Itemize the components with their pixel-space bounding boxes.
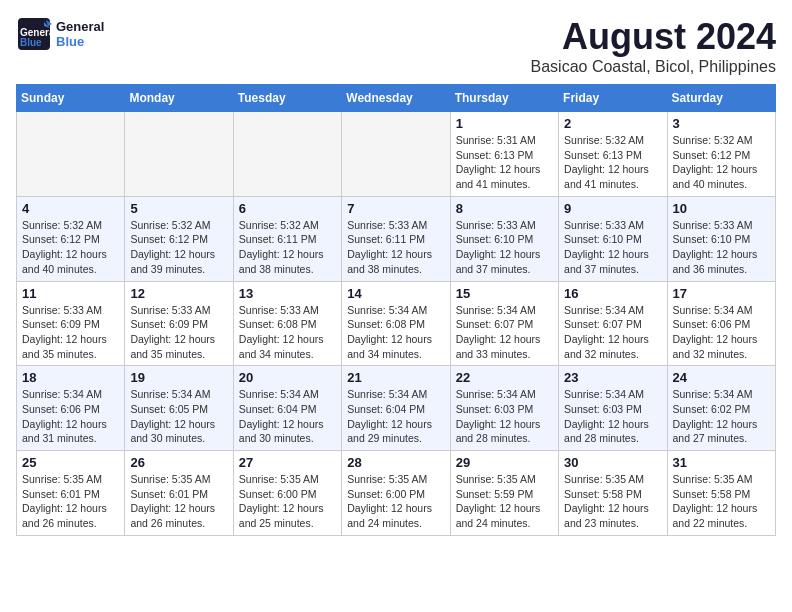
header-thursday: Thursday [450,85,558,112]
day-info: Sunrise: 5:33 AMSunset: 6:10 PMDaylight:… [673,218,770,277]
daylight: Daylight: 12 hours and 30 minutes. [130,418,215,445]
day-info: Sunrise: 5:34 AMSunset: 6:03 PMDaylight:… [564,387,661,446]
day-number: 1 [456,116,553,131]
daylight: Daylight: 12 hours and 30 minutes. [239,418,324,445]
calendar-week-1: 1Sunrise: 5:31 AMSunset: 6:13 PMDaylight… [17,112,776,197]
calendar-week-5: 25Sunrise: 5:35 AMSunset: 6:01 PMDayligh… [17,451,776,536]
calendar-week-2: 4Sunrise: 5:32 AMSunset: 6:12 PMDaylight… [17,196,776,281]
daylight: Daylight: 12 hours and 23 minutes. [564,502,649,529]
table-row: 30Sunrise: 5:35 AMSunset: 5:58 PMDayligh… [559,451,667,536]
sunrise: Sunrise: 5:35 AM [239,473,319,485]
sunrise: Sunrise: 5:34 AM [130,388,210,400]
day-number: 30 [564,455,661,470]
sunset: Sunset: 6:12 PM [130,233,208,245]
day-number: 31 [673,455,770,470]
daylight: Daylight: 12 hours and 26 minutes. [22,502,107,529]
sunrise: Sunrise: 5:35 AM [456,473,536,485]
daylight: Daylight: 12 hours and 28 minutes. [456,418,541,445]
day-number: 7 [347,201,444,216]
day-info: Sunrise: 5:33 AMSunset: 6:08 PMDaylight:… [239,303,336,362]
daylight: Daylight: 12 hours and 41 minutes. [456,163,541,190]
sunrise: Sunrise: 5:34 AM [673,388,753,400]
day-info: Sunrise: 5:32 AMSunset: 6:12 PMDaylight:… [22,218,119,277]
header-tuesday: Tuesday [233,85,341,112]
day-info: Sunrise: 5:34 AMSunset: 6:02 PMDaylight:… [673,387,770,446]
table-row [17,112,125,197]
day-number: 11 [22,286,119,301]
day-number: 15 [456,286,553,301]
day-number: 3 [673,116,770,131]
calendar-header-row: Sunday Monday Tuesday Wednesday Thursday… [17,85,776,112]
sunrise: Sunrise: 5:34 AM [456,304,536,316]
daylight: Daylight: 12 hours and 38 minutes. [347,248,432,275]
calendar-table: Sunday Monday Tuesday Wednesday Thursday… [16,84,776,536]
day-info: Sunrise: 5:33 AMSunset: 6:11 PMDaylight:… [347,218,444,277]
sunset: Sunset: 6:04 PM [239,403,317,415]
day-number: 26 [130,455,227,470]
daylight: Daylight: 12 hours and 41 minutes. [564,163,649,190]
daylight: Daylight: 12 hours and 33 minutes. [456,333,541,360]
day-info: Sunrise: 5:32 AMSunset: 6:12 PMDaylight:… [130,218,227,277]
svg-text:Blue: Blue [20,37,42,48]
sunset: Sunset: 6:00 PM [239,488,317,500]
sunrise: Sunrise: 5:35 AM [22,473,102,485]
header-monday: Monday [125,85,233,112]
daylight: Daylight: 12 hours and 37 minutes. [456,248,541,275]
sunset: Sunset: 6:10 PM [673,233,751,245]
table-row: 25Sunrise: 5:35 AMSunset: 6:01 PMDayligh… [17,451,125,536]
sunset: Sunset: 6:09 PM [22,318,100,330]
table-row [233,112,341,197]
sunrise: Sunrise: 5:34 AM [673,304,753,316]
day-number: 13 [239,286,336,301]
table-row [125,112,233,197]
day-number: 12 [130,286,227,301]
sunset: Sunset: 5:58 PM [564,488,642,500]
sunrise: Sunrise: 5:32 AM [239,219,319,231]
table-row: 1Sunrise: 5:31 AMSunset: 6:13 PMDaylight… [450,112,558,197]
daylight: Daylight: 12 hours and 29 minutes. [347,418,432,445]
day-number: 17 [673,286,770,301]
day-info: Sunrise: 5:34 AMSunset: 6:06 PMDaylight:… [22,387,119,446]
header-wednesday: Wednesday [342,85,450,112]
table-row: 2Sunrise: 5:32 AMSunset: 6:13 PMDaylight… [559,112,667,197]
calendar-week-3: 11Sunrise: 5:33 AMSunset: 6:09 PMDayligh… [17,281,776,366]
day-info: Sunrise: 5:35 AMSunset: 5:59 PMDaylight:… [456,472,553,531]
table-row: 31Sunrise: 5:35 AMSunset: 5:58 PMDayligh… [667,451,775,536]
sunrise: Sunrise: 5:35 AM [673,473,753,485]
day-info: Sunrise: 5:33 AMSunset: 6:10 PMDaylight:… [456,218,553,277]
sunrise: Sunrise: 5:34 AM [347,388,427,400]
sunset: Sunset: 6:03 PM [456,403,534,415]
table-row: 15Sunrise: 5:34 AMSunset: 6:07 PMDayligh… [450,281,558,366]
day-number: 29 [456,455,553,470]
sunset: Sunset: 6:03 PM [564,403,642,415]
day-info: Sunrise: 5:35 AMSunset: 5:58 PMDaylight:… [673,472,770,531]
table-row: 20Sunrise: 5:34 AMSunset: 6:04 PMDayligh… [233,366,341,451]
day-number: 4 [22,201,119,216]
sunset: Sunset: 6:07 PM [456,318,534,330]
sunset: Sunset: 6:01 PM [22,488,100,500]
day-info: Sunrise: 5:35 AMSunset: 6:01 PMDaylight:… [130,472,227,531]
daylight: Daylight: 12 hours and 36 minutes. [673,248,758,275]
daylight: Daylight: 12 hours and 26 minutes. [130,502,215,529]
table-row: 17Sunrise: 5:34 AMSunset: 6:06 PMDayligh… [667,281,775,366]
table-row: 18Sunrise: 5:34 AMSunset: 6:06 PMDayligh… [17,366,125,451]
logo-blue: Blue [56,34,104,49]
location-title: Basicao Coastal, Bicol, Philippines [531,58,776,76]
day-number: 22 [456,370,553,385]
day-number: 18 [22,370,119,385]
day-info: Sunrise: 5:33 AMSunset: 6:09 PMDaylight:… [130,303,227,362]
header-sunday: Sunday [17,85,125,112]
daylight: Daylight: 12 hours and 39 minutes. [130,248,215,275]
day-info: Sunrise: 5:35 AMSunset: 6:00 PMDaylight:… [347,472,444,531]
sunrise: Sunrise: 5:34 AM [239,388,319,400]
table-row: 12Sunrise: 5:33 AMSunset: 6:09 PMDayligh… [125,281,233,366]
daylight: Daylight: 12 hours and 27 minutes. [673,418,758,445]
month-title: August 2024 [531,16,776,58]
calendar-week-4: 18Sunrise: 5:34 AMSunset: 6:06 PMDayligh… [17,366,776,451]
table-row [342,112,450,197]
day-info: Sunrise: 5:32 AMSunset: 6:11 PMDaylight:… [239,218,336,277]
sunrise: Sunrise: 5:34 AM [456,388,536,400]
table-row: 9Sunrise: 5:33 AMSunset: 6:10 PMDaylight… [559,196,667,281]
sunrise: Sunrise: 5:32 AM [564,134,644,146]
day-info: Sunrise: 5:35 AMSunset: 6:01 PMDaylight:… [22,472,119,531]
